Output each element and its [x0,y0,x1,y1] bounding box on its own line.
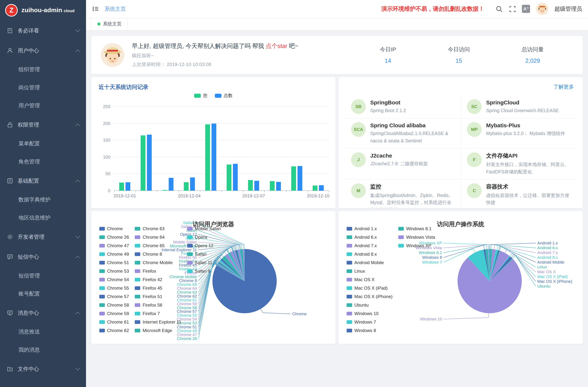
bar-legend-item[interactable]: 总数 [215,93,232,99]
pie-legend-item[interactable]: Chrome 53 [99,267,129,275]
pie-legend-item[interactable]: Chrome 61 [99,318,129,326]
pie-legend-item[interactable]: Chrome 64 [135,233,181,241]
legend-chip [99,295,105,298]
bar-legend-item[interactable]: 您 [194,93,208,99]
legend-label: Windows 8.1 [406,226,432,231]
user-avatar[interactable] [536,2,548,15]
pie-legend-item[interactable]: Safari 9 [187,267,221,275]
pie-legend-item[interactable]: Opera 12 [187,241,221,250]
bar [162,190,167,191]
sidebar-subitem[interactable]: 账号配置 [0,285,86,303]
legend-label: Linux [354,268,365,274]
pie-legend-item[interactable]: Windows 8.1 [399,224,435,233]
sidebar-item[interactable]: 文件中心 [0,359,86,379]
bar [184,182,189,191]
legend-chip [99,235,105,239]
pie-legend-item[interactable]: Chrome 8 [135,250,181,258]
legend-label: Chrome 59 [107,311,129,316]
pie-legend-item[interactable]: Chrome 47 [99,241,129,250]
star-link[interactable]: 点个star [266,43,287,49]
pie-legend-item[interactable]: Windows 10 [347,309,393,318]
pie-legend-item[interactable]: Opera [187,233,221,241]
pie-legend-item[interactable]: Microsoft Edge [135,326,181,335]
sidebar-item[interactable]: 用户中心 [0,41,86,61]
pie-legend-item[interactable]: Mac OS X (iPad) [347,284,393,292]
sidebar-subitem[interactable]: 用户管理 [0,97,86,115]
pie-legend-item[interactable]: Chrome 58 [99,301,129,309]
sidebar-subitem[interactable]: 角色管理 [0,153,86,171]
fullscreen-icon[interactable] [509,5,516,13]
sidebar-item[interactable]: 短信中心 [0,247,86,267]
legend-chip [135,328,140,332]
pie-legend-item[interactable]: Windows XP [399,241,435,250]
sidebar-subitem[interactable]: 地区信息维护 [0,209,86,227]
pie-legend-item[interactable]: Chrome 62 [99,326,129,335]
pie-legend-item[interactable]: Safari [187,250,221,258]
tech-badge: SC [467,99,482,114]
search-icon[interactable] [495,5,503,13]
pie-legend-item[interactable]: Mac OS X [347,275,393,284]
pie-legend-item[interactable]: Ubuntu [347,301,393,309]
legend-chip [347,261,352,264]
tech-desc: J2cache2.7.8: 二级缓存框架 [370,161,428,168]
pie-legend-item[interactable]: Chrome [99,224,129,233]
pie-legend-item[interactable]: Firefox [135,267,181,275]
pie-legend-item[interactable]: Chrome 63 [135,224,181,233]
sidebar-item[interactable]: 基础配置 [0,171,86,191]
pie-legend-item[interactable]: Windows Vista [399,233,435,241]
sidebar-item[interactable]: 消息中心 [0,303,86,323]
pie-legend-item[interactable]: Internet Explorer 11 [135,318,181,326]
pie-legend-item[interactable]: Chrome 57 [99,292,129,301]
sidebar-item[interactable]: 权限管理 [0,115,86,135]
sidebar-subitem[interactable]: 菜单配置 [0,135,86,153]
sidebar-subitem[interactable]: 组织管理 [0,61,86,79]
pie-legend-item[interactable]: Mac OS X (iPhone) [347,292,393,301]
pie-legend-item[interactable]: Windows 8 [347,326,393,335]
sidebar-subitem[interactable]: 岗位管理 [0,79,86,97]
font-size-letter: A [524,6,526,11]
pie-legend-item[interactable]: Chrome 55 [99,284,129,292]
pie-legend-item[interactable]: Chrome 49 [99,250,129,258]
pie-legend-item[interactable]: Chrome 26 [99,233,129,241]
pie-legend-item[interactable]: Chrome 54 [99,275,129,284]
learn-more-link[interactable]: 了解更多 [553,84,574,90]
pie-legend-item[interactable]: Safari 11 [187,258,221,267]
pie-legend-item[interactable]: Firefox 7 [135,309,181,318]
pie-legend-item[interactable]: Windows 7 [347,318,393,326]
tech-badge: C [467,183,482,198]
sidebar-subitem[interactable]: 数据字典维护 [0,191,86,209]
breadcrumb[interactable]: 系统主页 [105,5,126,12]
sidebar-subitem[interactable]: 消息推送 [0,323,86,341]
pie-legend-item[interactable]: Chrome 59 [99,309,129,318]
sidebar-subitem[interactable]: 短信管理 [0,267,86,285]
pie-legend-item[interactable]: Chrome Mobile [135,258,181,267]
pie-legend-item[interactable]: Mobile Safari [187,224,221,233]
sidebar-subitem[interactable]: 我的消息 [0,341,86,359]
tab-active[interactable]: 系统主页 [91,18,128,30]
page-content: 早上好, 超级管理员, 今天帮别人解决问题了吗 帮我 点个star 吧~ 疯狂加… [86,31,588,387]
pie-legend-item[interactable]: Android 6.x [347,233,393,241]
font-size-icon[interactable]: A+ [522,5,530,13]
legend-label: Chrome Mobile [143,260,173,265]
legend-chip [135,286,140,290]
pie-legend-item[interactable]: Android 8.x [347,250,393,258]
last-login-label: 上次登录时间： [132,61,165,67]
stat-value: 2,029 [522,57,544,64]
legend-chip [135,295,140,298]
sidebar-item[interactable]: 务必详看 [0,21,86,41]
pie-legend-item[interactable]: Linux [347,267,393,275]
user-name[interactable]: 超级管理员 [554,5,582,12]
pie-legend-item[interactable]: Chrome 51 [99,258,129,267]
pie-legend-item[interactable]: Android Mobile [347,258,393,267]
pie-legend-item[interactable]: Firefox 45 [135,284,181,292]
pie-legend-item[interactable]: Chrome 65 [135,241,181,250]
pie-legend-item[interactable]: Firefox 56 [135,301,181,309]
book-icon [7,27,13,34]
collapse-sidebar-icon[interactable] [92,5,99,13]
sidebar-item-label: 开发者管理 [18,233,76,240]
sidebar-item[interactable]: 开发者管理 [0,227,86,247]
pie-legend-item[interactable]: Android 7.x [347,241,393,250]
pie-legend-item[interactable]: Firefox 42 [135,275,181,284]
pie-legend-item[interactable]: Firefox 51 [135,292,181,301]
pie-legend-item[interactable]: Android 1.x [347,224,393,233]
